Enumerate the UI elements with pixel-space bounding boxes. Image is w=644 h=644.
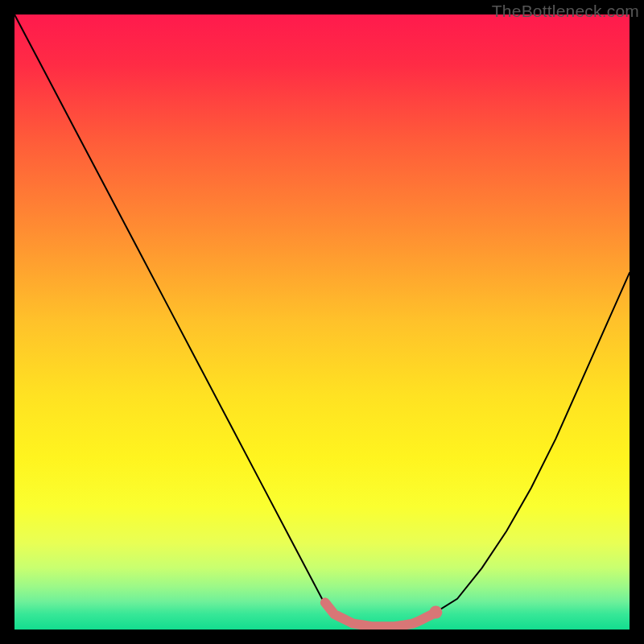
chart-frame: TheBottleneck.com [0, 0, 644, 644]
optimal-point-marker [429, 606, 442, 619]
chart-svg [14, 14, 630, 630]
watermark-text: TheBottleneck.com [492, 2, 639, 21]
chart-plot-area [14, 14, 630, 630]
chart-background [14, 14, 630, 630]
